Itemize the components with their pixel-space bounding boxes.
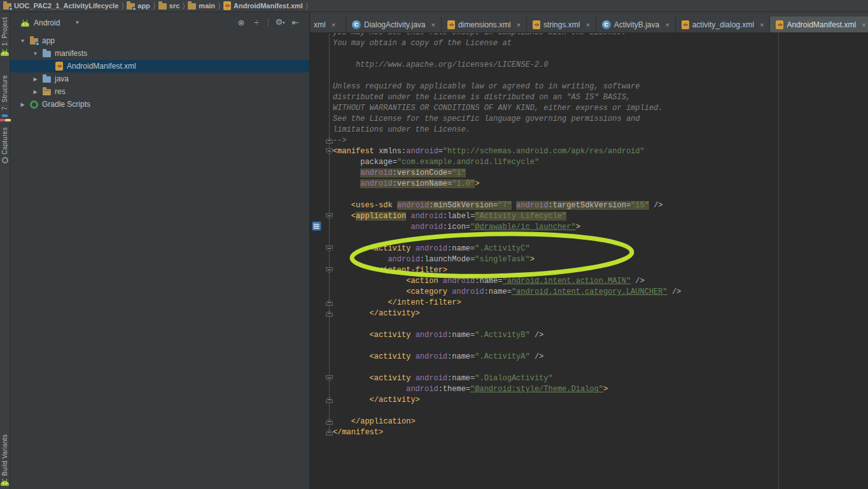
xml-icon: [533, 20, 540, 29]
hide-panel-button[interactable]: ⇤: [289, 18, 302, 28]
fold-marker[interactable]: [326, 397, 333, 403]
close-icon[interactable]: ×: [585, 21, 589, 29]
gradle-icon: [30, 100, 38, 109]
tree-item-androidmanifest-xml[interactable]: AndroidManifest.xml: [10, 60, 309, 72]
tool-stripe-label: 7: Structure: [1, 75, 8, 110]
code-line: [333, 189, 681, 200]
breadcrumb-item-uoc-pac2-1-activitylifecycle[interactable]: UOC_PAC2_1_ActivityLifecycle: [3, 0, 118, 11]
breadcrumb-item-androidmanifest-xml[interactable]: AndroidManifest.xml: [223, 0, 303, 11]
tab-androidmanifest-xml[interactable]: AndroidManifest.xml×: [770, 17, 868, 32]
code-line: [333, 49, 681, 60]
code-line: </application>: [333, 417, 681, 427]
fold-marker[interactable]: [326, 213, 333, 219]
chevron-down-icon[interactable]: ▼: [32, 51, 39, 57]
tool-stripe-7-structure[interactable]: 7: Structure: [1, 75, 8, 121]
fold-marker[interactable]: [326, 245, 333, 252]
tree-item-gradle-scripts[interactable]: ▶Gradle Scripts: [10, 98, 309, 111]
settings-button[interactable]: ⚙▾: [274, 17, 286, 28]
tool-stripe-label: Build Variants: [1, 434, 8, 476]
tab-label: dimensions.xml: [458, 20, 511, 29]
module-icon: [127, 3, 135, 10]
breadcrumb-item-src[interactable]: src: [158, 0, 180, 11]
code-content: you may not use this file except in comp…: [333, 33, 681, 438]
view-selector-label: Android: [34, 18, 60, 27]
breadcrumb-item-app[interactable]: app: [127, 0, 150, 11]
breadcrumb-item-main[interactable]: main: [188, 0, 215, 11]
tab-activity-dialog-xml[interactable]: activity_dialog.xml×: [676, 17, 771, 32]
breadcrumb-label: app: [137, 0, 150, 11]
fold-marker[interactable]: [326, 375, 333, 382]
android-face-icon: [1, 51, 9, 56]
code-editor[interactable]: you may not use this file except in comp…: [310, 33, 868, 489]
code-line: You may obtain a copy of the License at: [333, 38, 681, 49]
code-line: limitations under the License.: [333, 125, 681, 135]
tool-stripe-captures[interactable]: Captures: [1, 127, 8, 163]
close-icon[interactable]: ×: [760, 21, 764, 29]
project-toolbar: Android ▼ ⊗÷⚙▾⇤: [10, 12, 309, 33]
module-icon: [30, 38, 38, 45]
tree-item-res[interactable]: ▶res: [10, 85, 309, 98]
code-line: [333, 233, 681, 244]
code-line: <intent-filter>: [333, 265, 681, 276]
tree-item-label: AndroidManifest.xml: [67, 62, 136, 71]
fold-marker[interactable]: [326, 267, 333, 273]
breadcrumb-label: AndroidManifest.xml: [234, 0, 303, 11]
code-line: [333, 362, 681, 373]
code-line: <activity android:name=".DialogActivity": [333, 373, 681, 384]
chevron-down-icon[interactable]: ▼: [19, 38, 26, 44]
tool-stripe-1-project[interactable]: 1: Project: [1, 17, 9, 56]
tab-strings-xml[interactable]: strings.xml×: [527, 17, 596, 32]
tab-label: AndroidManifest.xml: [787, 20, 856, 29]
editor-tab-bar: xml×DialogActivity.java×dimensions.xml×s…: [310, 12, 868, 33]
code-line: android:launchMode="singleTask">: [333, 254, 681, 265]
breadcrumb: UOC_PAC2_1_ActivityLifecycle〉app〉src〉mai…: [0, 0, 868, 12]
xml-icon: [223, 1, 231, 10]
tree-item-java[interactable]: ▶java: [10, 72, 309, 85]
tab-xml[interactable]: xml×: [310, 17, 346, 32]
code-line: [333, 71, 681, 81]
fold-marker[interactable]: [326, 429, 333, 436]
close-icon[interactable]: ×: [431, 21, 435, 29]
code-line: you may not use this file except in comp…: [333, 33, 681, 38]
chevron-right-icon[interactable]: ▶: [32, 89, 39, 95]
tree-item-manifests[interactable]: ▼manifests: [10, 47, 309, 60]
close-icon[interactable]: ×: [517, 21, 521, 29]
chevron-right-icon[interactable]: ▶: [19, 102, 26, 107]
collapse-all-button[interactable]: ÷: [250, 18, 263, 28]
tab-dimensions-xml[interactable]: dimensions.xml×: [442, 17, 527, 32]
structure-icon: [2, 114, 8, 117]
tree-item-app[interactable]: ▼app: [10, 34, 309, 47]
folder-blue-icon: [43, 76, 51, 83]
class-icon: [602, 20, 611, 29]
tool-stripe-label: Captures: [1, 127, 8, 155]
tool-stripe-build-variants[interactable]: Build Variants: [1, 434, 9, 486]
code-line: [333, 319, 681, 330]
code-line: <uses-sdk android:minSdkVersion="7" andr…: [333, 200, 681, 211]
fold-marker[interactable]: [326, 300, 333, 306]
tab-dialogactivity-java[interactable]: DialogActivity.java×: [346, 17, 442, 32]
project-view-selector[interactable]: Android ▼: [21, 18, 80, 27]
code-line: <action android:name="android.intent.act…: [333, 276, 681, 287]
breadcrumb-separator-icon: 〉: [215, 1, 223, 10]
tab-label: xml: [314, 20, 326, 29]
locate-file-button[interactable]: ⊗: [235, 18, 248, 28]
toolbar-separator: [268, 18, 269, 27]
breadcrumb-separator-icon: 〉: [303, 1, 311, 10]
code-line: http://www.apache.org/licenses/LICENSE-2…: [333, 60, 681, 71]
res-icon: [43, 89, 51, 95]
fold-marker[interactable]: [326, 137, 333, 144]
tool-stripe-top-group: 1: Project7: StructureCaptures: [1, 12, 9, 163]
manifest-structure-gutter-icon[interactable]: [312, 221, 321, 231]
tab-activityb-java[interactable]: ActivityB.java×: [596, 17, 676, 32]
chevron-right-icon[interactable]: ▶: [32, 76, 39, 82]
close-icon[interactable]: ×: [862, 21, 865, 29]
fold-marker[interactable]: [326, 148, 333, 155]
fold-marker[interactable]: [326, 418, 333, 425]
fold-marker[interactable]: [326, 310, 333, 317]
breadcrumb-separator-icon: 〉: [118, 1, 127, 10]
code-line: <manifest xmlns:android="http://schemas.…: [333, 146, 681, 157]
close-icon[interactable]: ×: [665, 21, 669, 29]
close-icon[interactable]: ×: [332, 21, 335, 29]
tool-stripe-label: 1: Project: [1, 17, 8, 46]
xml-icon: [682, 20, 689, 29]
